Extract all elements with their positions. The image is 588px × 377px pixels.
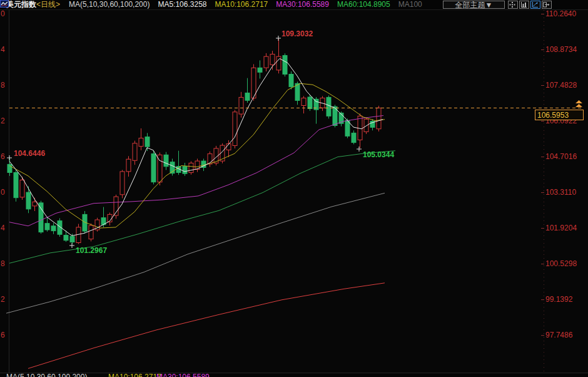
left-axis-label-clipped: 8 (1, 259, 5, 268)
ma-legend-item: MA5:106.3258 (158, 0, 206, 9)
candle-down (151, 154, 156, 182)
ma-group-label: MA(5,10,30,60,100,200) (69, 0, 150, 9)
candle-down (70, 236, 74, 242)
ma-legend: MA5:106.3258MA10:106.2717MA30:106.5589MA… (150, 0, 422, 9)
price-extreme-label: 109.3032 (281, 29, 313, 38)
candle-down (164, 155, 168, 166)
right-axis-label: 104.7016 (545, 152, 577, 161)
price-extreme-label: 104.6446 (14, 149, 45, 158)
candle-down (289, 75, 293, 87)
left-axis-label-clipped: 0 (1, 9, 5, 18)
right-axis-label: 107.4828 (545, 81, 577, 90)
candle-up (133, 143, 137, 160)
ma-line-ma200 (28, 283, 385, 369)
candle-down (26, 192, 31, 209)
left-axis-label-clipped: 6 (1, 331, 5, 339)
candle-down (308, 97, 312, 109)
ma-legend-item: MA10:106.2717 (215, 0, 268, 9)
candle-down (45, 224, 49, 230)
candle-up (302, 98, 306, 106)
right-axis-label: 101.9204 (545, 224, 577, 232)
candle-down (245, 93, 250, 100)
right-axis-label: 97.7486 (545, 331, 572, 339)
axis-chart-active-icon[interactable] (530, 1, 540, 9)
candle-up (233, 112, 237, 146)
candle-down (327, 97, 331, 116)
ma-legend-item: MA30:106.5589 (276, 0, 329, 9)
candle-up (377, 108, 381, 128)
candle-down (39, 203, 43, 232)
ma-legend-item: MA60:104.8905 (337, 0, 390, 9)
candle-down (51, 226, 56, 231)
candle-down (145, 137, 150, 147)
price-extreme-label: 105.0344 (363, 150, 394, 159)
candle-up (33, 202, 37, 206)
current-price-tag: 106.5953 (535, 110, 584, 120)
lower-panel-legend-clipped: MA(5,10,30,60,100,200) MA10:106.2717 MA3… (0, 373, 588, 377)
theme-dropdown[interactable]: 全部主题▼ (443, 1, 505, 9)
candle-up (139, 138, 143, 147)
pane-exit-icon[interactable] (542, 1, 552, 9)
price-up-arrows-icon (575, 100, 583, 108)
candle-down (283, 56, 287, 75)
left-axis-label-clipped: 4 (1, 45, 5, 54)
candle-up (126, 159, 131, 172)
price-extreme-label: 101.2967 (76, 246, 107, 255)
candle-up (364, 119, 368, 132)
candle-up (270, 54, 275, 65)
candle-down (258, 68, 262, 72)
left-axis-label-clipped: 2 (1, 116, 5, 125)
axis-chart-icon[interactable] (519, 1, 529, 9)
candle-up (189, 163, 193, 172)
candle-up (89, 225, 93, 239)
candle-down (352, 133, 356, 142)
right-axis-label: 100.5298 (545, 259, 577, 268)
lower-legend-ma30: MA30:106.5589 (156, 373, 210, 377)
left-axis-label-clipped: 0 (1, 188, 5, 197)
left-axis-label-clipped: 2 (1, 295, 5, 304)
left-axis-label-clipped: 4 (1, 224, 5, 232)
candle-up (120, 172, 124, 195)
candle-down (64, 235, 68, 240)
chart-window: 美元指数<日线> MA(5,10,30,60,100,200) MA5:106.… (0, 0, 588, 377)
right-axis-label: 108.8734 (545, 45, 577, 54)
move-icon[interactable] (508, 1, 518, 9)
candle-up (20, 180, 24, 197)
left-axis-label-clipped: 8 (1, 81, 5, 90)
period-label: <日线> (36, 0, 60, 9)
candle-up (239, 97, 243, 114)
left-axis-label-clipped: 6 (1, 152, 5, 161)
candle-up (264, 56, 268, 68)
candle-down (345, 120, 350, 136)
symbol-name: 美元指数 (6, 0, 36, 9)
ma-legend-item: MA100 (398, 0, 422, 9)
candle-down (14, 173, 18, 198)
candlestick-chart (0, 0, 588, 377)
lower-legend-ma-group: MA(5,10,30,60,100,200) (6, 373, 87, 377)
lower-legend-ma10: MA10:106.2717 (108, 373, 161, 377)
candle-down (183, 167, 187, 174)
right-axis-label: 110.2640 (545, 9, 576, 18)
right-axis-label: 103.3110 (545, 188, 576, 197)
right-axis-label: 99.1392 (545, 295, 572, 304)
